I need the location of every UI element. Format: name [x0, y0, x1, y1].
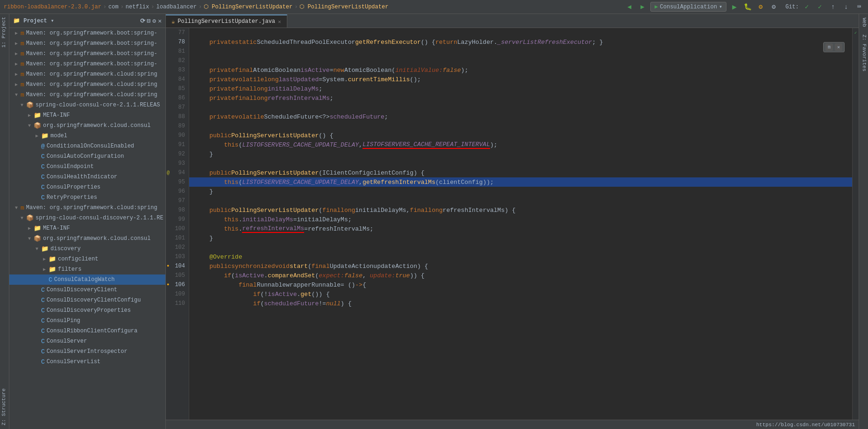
- sidebar-item-meta-inf1[interactable]: ▶ 📁 META-INF: [9, 110, 165, 120]
- code-line-109: if (!isActive.get()) {: [189, 289, 852, 299]
- breadcrumb-pkg3[interactable]: loadbalancer: [156, 4, 196, 10]
- sidebar-item-endpoint[interactable]: C ConsulEndpoint: [9, 162, 165, 172]
- sidebar-item-consul-ping[interactable]: C ConsulPing: [9, 316, 165, 326]
- gutter-100: [853, 224, 859, 233]
- code-line-104: public synchronized void start(final Upd…: [189, 261, 852, 271]
- sync-icon[interactable]: ⟳: [140, 17, 145, 25]
- breadcrumb-pkg1[interactable]: com: [108, 4, 119, 10]
- vtab-web[interactable]: Web: [859, 14, 868, 31]
- sidebar-item-org-consul1[interactable]: ▼ 📦 org.springframework.cloud.consul: [9, 120, 165, 131]
- jar-icon: 📦: [26, 101, 34, 109]
- code-line-82: [189, 56, 852, 65]
- sidebar-item-meta-inf2[interactable]: ▶ 📁 META-INF: [9, 223, 165, 233]
- git-down[interactable]: ↓: [841, 2, 851, 12]
- git-up[interactable]: ↑: [828, 2, 838, 12]
- sidebar-item-ribbon-config[interactable]: C ConsulRibbonClientConfigura: [9, 326, 165, 336]
- tab-polling-server-list-updater[interactable]: ☕ PollingServerListUpdater.java ✕: [166, 14, 287, 28]
- back-btn[interactable]: ◀: [624, 2, 634, 12]
- popup-close-icon[interactable]: ✕: [835, 43, 842, 51]
- sidebar-item-org-consul2[interactable]: ▼ 📦 org.springframework.cloud.consul: [9, 233, 165, 244]
- line-num-105: 105: [166, 271, 189, 280]
- run-btn[interactable]: ▶: [729, 2, 740, 12]
- class-icon: C: [41, 184, 45, 191]
- sidebar-item-consul-introspector[interactable]: C ConsulServerIntrospector: [9, 346, 165, 357]
- forward-btn[interactable]: ▶: [637, 2, 647, 12]
- sidebar-label: ConsulProperties: [47, 184, 100, 190]
- sidebar-item-maven2[interactable]: ▶ m Maven: org.springframework.boot:spri…: [9, 38, 165, 49]
- sidebar-item-autoconfiguration[interactable]: C ConsulAutoConfiguration: [9, 151, 165, 162]
- gutter-93: [853, 159, 859, 168]
- sidebar-tree: ▶ m Maven: org.springframework.boot:spri…: [9, 28, 165, 429]
- settings-icon[interactable]: ⚙: [152, 17, 156, 25]
- code-line-81: [189, 47, 852, 56]
- sidebar-item-consul-server[interactable]: C ConsulServer: [9, 336, 165, 346]
- breadcrumb: ribbon-loadbalancer-2.3.0.jar › com › ne…: [4, 3, 624, 10]
- sidebar-item-discovery-pkg[interactable]: ▼ 📁 discovery: [9, 244, 165, 254]
- gutter-81: [853, 47, 859, 56]
- collapse-icon[interactable]: ⊟: [147, 17, 151, 25]
- line-num-96: 96: [166, 187, 189, 196]
- editor-popup: m ✕: [823, 42, 845, 52]
- line-num-90: 90: [166, 131, 189, 140]
- sidebar-item-health[interactable]: C ConsulHealthIndicator: [9, 172, 165, 182]
- debug-btn[interactable]: 🐛: [742, 2, 753, 12]
- settings-btn[interactable]: ⚙: [768, 2, 779, 12]
- breadcrumb-jar[interactable]: ribbon-loadbalancer-2.3.0.jar: [4, 4, 101, 10]
- sidebar-item-conditional[interactable]: @ ConditionalOnConsulEnabled: [9, 141, 165, 151]
- sidebar-item-consul-core[interactable]: ▼ 📦 spring-cloud-consul-core-2.1.1.RELEA…: [9, 100, 165, 110]
- sidebar-label: ConditionalOnConsulEnabled: [47, 143, 134, 149]
- sidebar-item-maven1[interactable]: ▶ m Maven: org.springframework.boot:spri…: [9, 28, 165, 38]
- sidebar-item-maven7[interactable]: ▼ m Maven: org.springframework.cloud:spr…: [9, 90, 165, 100]
- run-config-dropdown[interactable]: ▾: [719, 3, 722, 10]
- code-line-98: public PollingServerListUpdater(final lo…: [189, 205, 852, 215]
- popup-m-icon[interactable]: m: [825, 43, 833, 51]
- sidebar-item-maven5[interactable]: ▶ m Maven: org.springframework.cloud:spr…: [9, 69, 165, 79]
- sidebar-item-retry[interactable]: C RetryProperties: [9, 192, 165, 203]
- sidebar-item-maven3[interactable]: ▶ m Maven: org.springframework.boot:spri…: [9, 49, 165, 59]
- sidebar-item-discovery-props[interactable]: C ConsulDiscoveryProperties: [9, 305, 165, 316]
- vtab-project[interactable]: 1: Project: [0, 14, 9, 50]
- maven-icon: m: [21, 204, 24, 211]
- class-icon: C: [41, 174, 45, 181]
- sidebar-item-consul-discovery[interactable]: ▼ 📦 spring-cloud-consul-discovery-2.1.1.…: [9, 213, 165, 223]
- gutter-106: [853, 280, 859, 289]
- sidebar-item-maven6[interactable]: ▶ m Maven: org.springframework.cloud:spr…: [9, 79, 165, 90]
- sidebar-item-model[interactable]: ▶ 📁 model: [9, 131, 165, 141]
- sidebar-item-discovery-config[interactable]: C ConsulDiscoveryClientConfigu: [9, 295, 165, 305]
- sidebar-item-consul-catalog-watch[interactable]: C ConsulCatalogWatch: [9, 274, 165, 285]
- gutter-86: [853, 93, 859, 103]
- class-icon: C: [41, 348, 45, 355]
- sidebar-label: ConsulCatalogWatch: [54, 276, 115, 283]
- gutter-97: [853, 196, 859, 205]
- sidebar-item-filters[interactable]: ▶ 📁 filters: [9, 264, 165, 274]
- maven-icon: m: [21, 40, 24, 47]
- code-content[interactable]: private static ScheduledThreadPoolExecut…: [189, 28, 852, 429]
- sidebar-item-configclient[interactable]: ▶ 📁 configclient: [9, 254, 165, 264]
- vtab-structure[interactable]: Z: Structure: [0, 385, 9, 429]
- git-check2[interactable]: ✓: [815, 2, 825, 12]
- vtab-favorites[interactable]: Z: Favorites: [859, 31, 868, 75]
- breadcrumb-pkg2[interactable]: netflix: [126, 4, 149, 10]
- breadcrumb-class1[interactable]: ⬡ PollingServerListUpdater: [204, 3, 292, 10]
- git-check1[interactable]: ✓: [802, 2, 812, 12]
- sidebar-item-maven4[interactable]: ▶ m Maven: org.springframework.boot:spri…: [9, 59, 165, 69]
- class-icon: C: [49, 276, 52, 283]
- build-btn[interactable]: ⚙: [755, 2, 766, 12]
- sidebar-item-consul-server-list[interactable]: C ConsulServerList: [9, 357, 165, 367]
- gutter-83: [853, 65, 859, 75]
- sidebar-item-properties[interactable]: C ConsulProperties: [9, 182, 165, 192]
- line-num-82: 82: [166, 56, 189, 65]
- breadcrumb-class2[interactable]: ⬡ PollingServerListUpdater: [299, 3, 388, 10]
- git-menu[interactable]: ⌨: [854, 2, 864, 12]
- tab-close-button[interactable]: ✕: [278, 19, 281, 25]
- sidebar-chevron[interactable]: ▾: [51, 17, 54, 24]
- arrow-icon: ▶: [15, 61, 21, 67]
- class-icon: C: [41, 297, 45, 304]
- sidebar-label: Maven: org.springframework.boot:spring-: [26, 50, 157, 57]
- close-icon[interactable]: ✕: [158, 17, 162, 25]
- run-config[interactable]: ▶ ConsulApplication ▾: [650, 2, 726, 12]
- gutter-92: [853, 149, 859, 159]
- sidebar-item-discovery-client[interactable]: C ConsulDiscoveryClient: [9, 285, 165, 295]
- sidebar-item-maven8[interactable]: ▼ m Maven: org.springframework.cloud:spr…: [9, 203, 165, 213]
- code-line-89: [189, 121, 852, 131]
